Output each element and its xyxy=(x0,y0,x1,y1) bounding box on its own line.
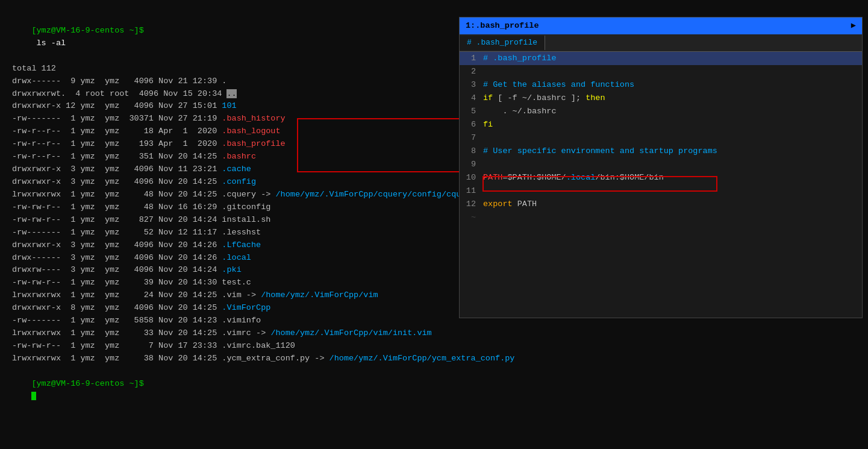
vim-line-2: 2 xyxy=(460,65,862,78)
vim-line-3: 3 # Get the aliases and functions xyxy=(460,78,862,92)
vim-tilde-line: ~ xyxy=(460,211,862,224)
vim-header: 1: .bash_profile ▶ xyxy=(460,17,862,34)
table-row: -rw-rw-r-- 1 ymz ymz 7 Nov 17 23:33 .vim… xyxy=(12,340,856,353)
table-row: lrwxrwxrwx 1 ymz ymz 38 Nov 20 14:25 .yc… xyxy=(12,353,856,365)
vim-code-area: 1 # .bash_profile 2 3 # Get the aliases … xyxy=(460,52,862,224)
vim-tab[interactable]: # .bash_profile xyxy=(460,36,545,51)
vim-line-4: 4 if [ -f ~/.bashrc ]; then xyxy=(460,92,862,105)
vim-line-8: 8 # User specific environment and startu… xyxy=(460,145,862,158)
vim-line-5: 5 . ~/.bashrc xyxy=(460,105,862,118)
vim-line-1: 1 # .bash_profile xyxy=(460,52,862,65)
vim-line-indicator: 1: xyxy=(466,19,475,33)
cursor xyxy=(31,392,36,400)
command: ls -al xyxy=(31,39,66,48)
vim-line-11: 11 xyxy=(460,184,862,198)
vim-panel: 1: .bash_profile ▶ # .bash_profile 1 # .… xyxy=(459,17,863,318)
final-prompt-line: [ymz@VM-16-9-centos ~]$ xyxy=(12,365,856,416)
vim-arrow-icon: ▶ xyxy=(851,19,856,33)
vim-filename: .bash_profile xyxy=(475,19,539,33)
table-row: lrwxrwxrwx 1 ymz ymz 33 Nov 20 14:25 .vi… xyxy=(12,327,856,340)
prompt: [ymz@VM-16-9-centos ~]$ xyxy=(31,26,143,35)
vim-line-12: 12 export PATH xyxy=(460,198,862,211)
final-prompt: [ymz@VM-16-9-centos ~]$ xyxy=(31,379,143,388)
vim-line-10: 10 PATH=$PATH:$HOME/.local/bin:$HOME/bin xyxy=(460,171,862,184)
vim-line-7: 7 xyxy=(460,131,862,145)
vim-line-6: 6 fi xyxy=(460,118,862,131)
vim-line-9: 9 xyxy=(460,158,862,171)
